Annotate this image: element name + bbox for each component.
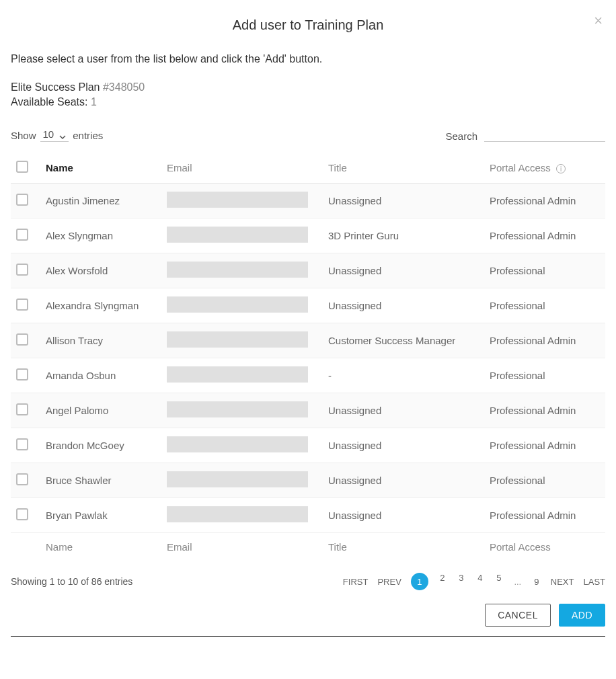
- show-label: Show: [11, 130, 36, 141]
- row-checkbox[interactable]: [16, 229, 28, 241]
- cell-title: Unassigned: [323, 184, 484, 218]
- cell-email: [161, 498, 323, 533]
- table-row: Alexandra SlyngmanUnassignedProfessional: [11, 288, 605, 323]
- cell-email: [161, 253, 323, 288]
- table-row: Bruce ShawlerUnassignedProfessional: [11, 463, 605, 498]
- email-redacted: [167, 331, 308, 348]
- cell-name: Allison Tracy: [40, 323, 161, 358]
- controls-row: Show 10 entries Search: [11, 127, 605, 142]
- page-number[interactable]: 2: [438, 573, 447, 590]
- cell-title: Unassigned: [323, 288, 484, 323]
- email-redacted: [167, 436, 308, 452]
- seats-label: Available Seats:: [11, 96, 87, 108]
- cell-email: [161, 358, 323, 393]
- cell-email: [161, 393, 323, 428]
- cell-access: Professional Admin: [484, 428, 605, 463]
- search-input[interactable]: [484, 127, 605, 142]
- table-footer-controls: Showing 1 to 10 of 86 entries FIRST PREV…: [11, 561, 605, 604]
- page-last[interactable]: LAST: [583, 577, 605, 587]
- email-redacted: [167, 262, 308, 278]
- cancel-button[interactable]: CANCEL: [485, 604, 551, 627]
- info-icon[interactable]: i: [556, 164, 566, 173]
- cell-title: Unassigned: [323, 463, 484, 498]
- row-checkbox[interactable]: [16, 298, 28, 311]
- action-row: CANCEL ADD: [11, 604, 605, 636]
- row-checkbox[interactable]: [16, 438, 28, 450]
- cell-access: Professional: [484, 358, 605, 393]
- table-row: Alex Slyngman3D Printer GuruProfessional…: [11, 218, 605, 253]
- add-button[interactable]: ADD: [559, 604, 605, 627]
- select-all-checkbox[interactable]: [16, 161, 28, 173]
- entries-select[interactable]: 10: [40, 128, 69, 142]
- cell-title: Unassigned: [323, 393, 484, 428]
- cell-name: Bryan Pawlak: [40, 498, 161, 533]
- page-number[interactable]: 5: [494, 573, 504, 590]
- show-entries: Show 10 entries: [11, 128, 103, 142]
- cell-title: Unassigned: [323, 428, 484, 463]
- seats-line: Available Seats: 1: [11, 96, 605, 108]
- modal-title: Add user to Training Plan: [233, 17, 384, 32]
- row-checkbox[interactable]: [16, 264, 28, 276]
- plan-line: Elite Success Plan #348050: [11, 81, 605, 93]
- results-summary: Showing 1 to 10 of 86 entries: [11, 576, 132, 587]
- seats-count: 1: [91, 96, 97, 108]
- page-number[interactable]: 1: [411, 573, 428, 590]
- col-footer-access: Portal Access: [484, 533, 605, 561]
- entries-suffix: entries: [73, 130, 103, 141]
- email-redacted: [167, 296, 308, 313]
- cell-name: Amanda Osbun: [40, 358, 161, 393]
- plan-name: Elite Success Plan: [11, 81, 100, 93]
- table-row: Amanda Osbun-Professional: [11, 358, 605, 393]
- email-redacted: [167, 471, 308, 487]
- cell-access: Professional Admin: [484, 218, 605, 253]
- pagination: FIRST PREV 12345 ... 9 NEXT LAST: [343, 573, 605, 590]
- cell-email: [161, 184, 323, 218]
- cell-name: Alex Worsfold: [40, 253, 161, 288]
- table-row: Agustin JimenezUnassignedProfessional Ad…: [11, 184, 605, 218]
- cell-access: Professional: [484, 253, 605, 288]
- email-redacted: [167, 401, 308, 417]
- page-number[interactable]: 3: [457, 573, 466, 590]
- cell-email: [161, 428, 323, 463]
- row-checkbox[interactable]: [16, 473, 28, 485]
- table-footer-row: Name Email Title Portal Access: [11, 533, 605, 561]
- users-table: Name Email Title Portal Access i Agustin…: [11, 154, 605, 561]
- cell-access: Professional: [484, 463, 605, 498]
- entries-value: 10: [43, 128, 54, 140]
- cell-name: Angel Palomo: [40, 393, 161, 428]
- cell-name: Agustin Jimenez: [40, 184, 161, 218]
- plan-id: #348050: [103, 81, 145, 93]
- chevron-down-icon: [59, 131, 66, 138]
- row-checkbox[interactable]: [16, 403, 28, 415]
- close-icon[interactable]: ×: [594, 13, 603, 28]
- col-footer-email: Email: [161, 533, 323, 561]
- col-header-access[interactable]: Portal Access i: [484, 154, 605, 184]
- page-prev[interactable]: PREV: [377, 577, 401, 587]
- page-ellipsis: ...: [513, 577, 523, 587]
- table-row: Brandon McGoeyUnassignedProfessional Adm…: [11, 428, 605, 463]
- bottom-divider: [11, 636, 605, 637]
- cell-access: Professional Admin: [484, 184, 605, 218]
- search-label: Search: [445, 130, 477, 142]
- row-checkbox[interactable]: [16, 194, 28, 206]
- cell-email: [161, 218, 323, 253]
- cell-access: Professional Admin: [484, 393, 605, 428]
- page-first[interactable]: FIRST: [343, 577, 369, 587]
- cell-title: Unassigned: [323, 498, 484, 533]
- table-row: Bryan PawlakUnassignedProfessional Admin: [11, 498, 605, 533]
- cell-title: 3D Printer Guru: [323, 218, 484, 253]
- page-next[interactable]: NEXT: [551, 577, 574, 587]
- page-last-number[interactable]: 9: [532, 577, 541, 587]
- page-number[interactable]: 4: [475, 573, 485, 590]
- row-checkbox[interactable]: [16, 368, 28, 381]
- row-checkbox[interactable]: [16, 333, 28, 346]
- row-checkbox[interactable]: [16, 508, 28, 520]
- modal-header: Add user to Training Plan ×: [11, 11, 605, 53]
- cell-title: Customer Success Manager: [323, 323, 484, 358]
- col-header-email[interactable]: Email: [161, 154, 323, 184]
- cell-name: Alex Slyngman: [40, 218, 161, 253]
- cell-email: [161, 323, 323, 358]
- cell-title: -: [323, 358, 484, 393]
- col-header-name[interactable]: Name: [40, 154, 161, 184]
- col-header-title[interactable]: Title: [323, 154, 484, 184]
